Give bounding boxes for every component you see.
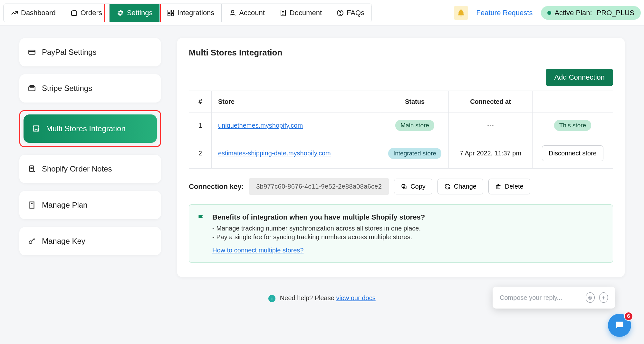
add-icon[interactable]: ＋ (599, 292, 608, 303)
bell-icon (457, 9, 465, 17)
change-label: Change (454, 183, 476, 190)
status-badge: Integrated store (388, 148, 441, 159)
svg-point-11 (340, 14, 341, 15)
nav-tab-integrations[interactable]: Integrations (160, 4, 222, 22)
highlight-multistores: Multi Stores Integration (19, 110, 161, 147)
store-link[interactable]: uniquethemes.myshopify.com (218, 122, 303, 129)
trash-icon (495, 183, 502, 190)
page-body: PayPal Settings Stripe Settings Multi St… (0, 26, 644, 287)
sidebar-item-key[interactable]: Manage Key (19, 227, 161, 255)
change-button[interactable]: Change (437, 179, 483, 194)
settings-sidebar: PayPal Settings Stripe Settings Multi St… (19, 38, 161, 277)
nav-tabs: Dashboard Orders Settings Integrations A… (3, 4, 372, 22)
plan-pill[interactable]: Active Plan: PRO_PLUS (541, 6, 641, 20)
change-icon (444, 183, 451, 190)
store-link[interactable]: estimates-shipping-date.myshopify.com (218, 150, 331, 157)
nav-tab-faqs[interactable]: FAQs (329, 4, 372, 22)
table-row: 2 estimates-shipping-date.myshopify.com … (189, 138, 613, 169)
svg-point-20 (29, 241, 32, 244)
copy-button[interactable]: Copy (394, 179, 432, 194)
sidebar-item-label: Shopify Order Notes (42, 164, 112, 173)
nav-tab-settings[interactable]: Settings (110, 4, 160, 22)
sidebar-item-label: Stripe Settings (42, 84, 92, 93)
plan-value: PRO_PLUS (597, 9, 634, 17)
svg-rect-23 (497, 185, 500, 189)
status-dot-icon (547, 11, 551, 15)
delete-label: Delete (505, 183, 524, 190)
add-connection-button[interactable]: Add Connection (546, 69, 613, 86)
svg-rect-4 (168, 14, 170, 16)
compose-reply-widget: ☺ ＋ (493, 287, 615, 309)
cell-num: 1 (189, 113, 212, 138)
sidebar-item-paypal[interactable]: PayPal Settings (19, 38, 161, 66)
copy-icon (401, 183, 407, 190)
nav-tab-label: Integrations (177, 9, 214, 17)
nav-tab-document[interactable]: Document (272, 4, 329, 22)
notifications-button[interactable] (454, 6, 468, 20)
sidebar-item-plan[interactable]: Manage Plan (19, 191, 161, 219)
info-link[interactable]: How to connect multiple stores? (212, 247, 303, 254)
delete-button[interactable]: Delete (488, 179, 530, 194)
notes-icon (28, 165, 36, 173)
table-row: 1 uniquethemes.myshopify.com Main store … (189, 113, 613, 138)
svg-rect-1 (168, 10, 170, 12)
help-text: Need help? Please (280, 294, 336, 301)
sidebar-item-multistores[interactable]: Multi Stores Integration (24, 114, 157, 143)
nav-tab-label: Document (290, 9, 322, 17)
info-icon: i (268, 295, 275, 302)
info-bullet: - Manage tracking number synchronization… (212, 225, 425, 232)
col-status: Status (381, 91, 449, 113)
view-docs-link[interactable]: view our docs (336, 294, 375, 301)
store-icon (32, 124, 40, 133)
nav-tab-label: Orders (81, 9, 102, 17)
svg-rect-2 (171, 10, 174, 12)
nav-right: Feature Requests Active Plan: PRO_PLUS (454, 6, 641, 20)
document-icon (279, 9, 287, 17)
nav-tab-label: Dashboard (21, 9, 56, 17)
account-icon (229, 9, 236, 17)
compose-reply-input[interactable] (500, 294, 581, 301)
receipt-icon (28, 201, 36, 209)
disconnect-store-button[interactable]: Disconnect store (542, 145, 603, 161)
sidebar-item-shopify-notes[interactable]: Shopify Order Notes (19, 155, 161, 183)
sidebar-item-stripe[interactable]: Stripe Settings (19, 74, 161, 103)
feature-requests-link[interactable]: Feature Requests (476, 9, 533, 17)
connection-key-value: 3b977c60-8676-4c11-9e52-2e88a08a6ce2 (249, 178, 389, 195)
sidebar-item-label: Manage Plan (42, 201, 87, 210)
nav-tab-orders[interactable]: Orders (63, 4, 110, 22)
card-icon (28, 48, 36, 56)
nav-tab-label: FAQs (347, 9, 364, 17)
sidebar-item-label: Manage Key (42, 237, 85, 246)
connection-key-label: Connection key: (189, 182, 244, 191)
top-nav: Dashboard Orders Settings Integrations A… (0, 0, 644, 26)
col-action (533, 91, 613, 113)
col-store: Store (212, 91, 381, 113)
copy-label: Copy (410, 183, 426, 190)
svg-rect-3 (171, 14, 174, 16)
nav-tab-label: Settings (127, 9, 153, 17)
benefits-info-box: Benefits of integration when you have mu… (189, 204, 613, 263)
dashboard-icon (11, 9, 18, 17)
orders-icon (70, 9, 78, 17)
plan-label: Active Plan: (554, 9, 592, 17)
integrations-icon (167, 9, 175, 17)
nav-tab-account[interactable]: Account (222, 4, 272, 22)
wallet-icon (28, 84, 36, 93)
svg-point-5 (231, 10, 234, 13)
chat-fab[interactable]: 6 (608, 314, 631, 337)
panel-title: Multi Stores Integration (189, 48, 613, 58)
sidebar-item-label: Multi Stores Integration (46, 124, 126, 133)
info-bullet: - Pay a single fee for syncing tracking … (212, 233, 425, 241)
status-badge: Main store (395, 120, 434, 131)
emoji-icon[interactable]: ☺ (586, 292, 595, 303)
svg-rect-12 (29, 50, 35, 54)
nav-tab-dashboard[interactable]: Dashboard (4, 4, 63, 22)
chat-icon (614, 320, 625, 331)
this-store-badge: This store (554, 120, 591, 131)
faq-icon (336, 9, 344, 17)
connection-key-row: Connection key: 3b977c60-8676-4c11-9e52-… (189, 178, 613, 195)
svg-rect-0 (72, 11, 77, 15)
stores-table: # Store Status Connected at 1 uniquethem… (189, 91, 613, 169)
main-panel: Multi Stores Integration Add Connection … (177, 38, 625, 277)
col-connected: Connected at (449, 91, 533, 113)
